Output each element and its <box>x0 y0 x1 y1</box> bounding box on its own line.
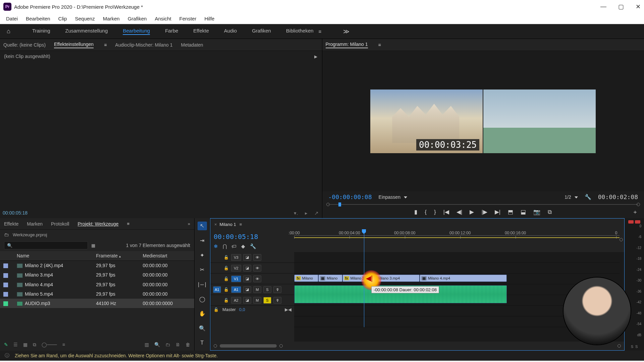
menu-marken[interactable]: Marken <box>99 14 124 23</box>
tabs-overflow-icon[interactable]: » <box>188 221 190 226</box>
source-tab[interactable]: Metadaten <box>181 42 203 48</box>
video-clip[interactable]: ▦Milano 3.mp4 <box>369 275 420 282</box>
snap-icon[interactable]: ❄ <box>214 243 218 249</box>
linked-selection-icon[interactable]: ⋂ <box>223 243 227 249</box>
maximize-button[interactable]: ▢ <box>618 3 624 10</box>
menu-datei[interactable]: Datei <box>2 14 22 23</box>
home-icon[interactable]: ⌂ <box>7 28 10 35</box>
column-framerate[interactable]: Framerate ▴ <box>93 251 139 261</box>
solo-right[interactable]: S <box>635 345 638 349</box>
workspace-effekte[interactable]: Effekte <box>193 28 209 35</box>
workspace-audio[interactable]: Audio <box>224 28 237 35</box>
delete-icon[interactable]: 🗑 <box>185 342 190 347</box>
program-playbar[interactable] <box>328 202 638 206</box>
workspace-overflow-icon[interactable]: ≫ <box>343 28 350 35</box>
project-tab[interactable]: Projekt: Werkzeuge <box>77 221 118 227</box>
workspace-grafiken[interactable]: Grafiken <box>252 28 271 35</box>
video-track-head-v3[interactable]: 🔓V3◪👁 <box>210 252 294 263</box>
workspace-zusammenstellung[interactable]: Zusammenstellung <box>65 28 108 35</box>
zoom-tool[interactable]: 🔍 <box>198 324 207 333</box>
list-view-icon[interactable]: ☰ <box>13 342 18 347</box>
project-tab[interactable]: Protokoll <box>51 221 69 227</box>
settings-icon[interactable]: 🔧 <box>585 194 591 200</box>
table-row[interactable]: Milano 2 (4K).mp429,97 fps00:00:00:00 <box>0 261 194 270</box>
menu-bearbeiten[interactable]: Bearbeiten <box>22 14 54 23</box>
close-seq-icon[interactable]: × <box>214 222 217 227</box>
insert-icon[interactable]: ▸ <box>305 210 308 216</box>
new-bin-icon[interactable]: 🗀 <box>165 342 170 347</box>
hand-tool[interactable]: ✋ <box>198 309 207 318</box>
timeline-timecode[interactable]: 00:00:05:18 <box>214 233 291 241</box>
step-fwd-icon[interactable]: |▶ <box>481 208 487 216</box>
expand-icon[interactable]: ▶ <box>314 54 317 59</box>
tab-menu-icon[interactable]: ≡ <box>127 221 129 226</box>
sequence-menu-icon[interactable]: ≡ <box>239 222 242 227</box>
play-icon[interactable]: ▶ <box>470 208 474 216</box>
filter-bin-icon[interactable]: ▦ <box>91 243 95 248</box>
video-track-head-v2[interactable]: 🔓V2◪👁 <box>210 263 294 274</box>
minimize-button[interactable]: — <box>600 3 606 10</box>
close-button[interactable]: ✕ <box>636 3 641 10</box>
sequence-tab[interactable]: Milano 1 <box>220 222 236 227</box>
wrench-icon[interactable]: 🔧 <box>250 243 256 249</box>
zoom-dropdown[interactable]: 1/2 <box>565 194 578 200</box>
mark-out-icon[interactable]: } <box>434 209 436 216</box>
audio-track-head-a2[interactable]: 🔓A2◪MS🎙 <box>210 295 294 306</box>
pen-tool[interactable]: ◯ <box>198 295 207 303</box>
source-timecode[interactable]: 00:00:05:18 <box>3 210 28 216</box>
video-clip[interactable]: ▦Milano <box>318 275 342 282</box>
video-clip[interactable]: fxMilano 2 <box>342 275 369 282</box>
audio-track-head-a1[interactable]: A1🔓A1◪MS🎙 <box>210 284 294 295</box>
mark-in-icon[interactable]: { <box>425 209 427 216</box>
icon-view-icon[interactable]: ▦ <box>23 342 28 347</box>
workspace-bearbeitung[interactable]: Bearbeitung <box>123 28 150 35</box>
workspace-menu-icon[interactable]: ≡ <box>319 28 322 34</box>
table-row[interactable]: Milano 3.mp429,97 fps00:00:00:00 <box>0 270 194 280</box>
bin-icon[interactable]: 🗀 <box>4 232 9 237</box>
column-name[interactable]: Name <box>13 251 93 261</box>
find-icon[interactable]: 🔍 <box>154 342 160 347</box>
add-marker-icon[interactable]: ▮ <box>414 208 417 216</box>
program-duration-tc[interactable]: 00:00:02:08 <box>598 193 638 200</box>
program-timecode[interactable]: -00:00:00:08 <box>328 193 372 200</box>
solo-left[interactable]: S <box>631 345 633 349</box>
timeline-ruler[interactable]: :00:0000:00:04:0000:00:08:0000:00:12:000… <box>294 230 624 252</box>
menu-ansicht[interactable]: Ansicht <box>151 14 175 23</box>
comparison-view-icon[interactable]: ⧉ <box>548 209 552 216</box>
menu-clip[interactable]: Clip <box>54 14 71 23</box>
timeline-zoom-bar[interactable] <box>210 342 624 350</box>
button-editor-icon[interactable]: ＋ <box>632 208 638 216</box>
table-row[interactable]: Milano 5.mp429,97 fps00:00:00:00 <box>0 289 194 299</box>
auto-seq-icon[interactable]: ▥ <box>145 342 149 347</box>
settings-icon[interactable]: ◆ <box>241 243 245 249</box>
sort-icon[interactable]: ≡ <box>62 342 65 347</box>
menu-bar[interactable]: DateiBearbeitenClipSequenzMarkenGrafiken… <box>0 13 644 24</box>
workspace-training[interactable]: Training <box>32 28 50 35</box>
project-search-input[interactable]: 🔍 <box>4 241 88 249</box>
workspace-bibliotheken[interactable]: Bibliotheken <box>286 28 314 35</box>
new-item-icon[interactable]: ✎ <box>4 342 8 347</box>
go-to-in-icon[interactable]: |◀ <box>443 208 449 216</box>
fit-dropdown[interactable]: Einpassen <box>379 194 407 200</box>
razor-tool[interactable]: ✂ <box>198 265 207 274</box>
master-track-head[interactable]: 🔓Master0,0▶◀ <box>210 306 294 313</box>
source-tab[interactable]: Audioclip-Mischer: Milano 1 <box>115 42 172 48</box>
project-tab[interactable]: Effekte <box>4 221 18 227</box>
freeform-view-icon[interactable]: ⧉ <box>33 342 36 348</box>
lift-icon[interactable]: ⬒ <box>508 208 513 216</box>
tab-menu-icon[interactable]: ≡ <box>104 42 107 48</box>
extract-icon[interactable]: ⬓ <box>521 208 526 216</box>
project-table[interactable]: NameFramerate ▴Medienstart Milano 2 (4K)… <box>0 251 194 339</box>
track-select-tool[interactable]: ⇥ <box>198 236 207 245</box>
column-medienstart[interactable]: Medienstart <box>140 251 194 261</box>
new-item-plus-icon[interactable]: 🗎 <box>175 342 180 347</box>
marker-icon[interactable]: 🏷 <box>231 243 236 249</box>
audio-meter[interactable]: 0-6-12-18-24-30-36-42-48-54dB S S <box>625 218 644 351</box>
export-frame-icon[interactable]: 📷 <box>533 208 540 216</box>
program-tab-menu-icon[interactable]: ≡ <box>378 42 381 48</box>
playhead-line[interactable] <box>364 252 364 327</box>
ripple-edit-tool[interactable]: ✦ <box>198 251 207 259</box>
zoom-slider-knob[interactable]: ◯─── <box>42 342 57 347</box>
type-tool[interactable]: T <box>198 339 207 347</box>
project-tab[interactable]: Marken <box>27 221 43 227</box>
